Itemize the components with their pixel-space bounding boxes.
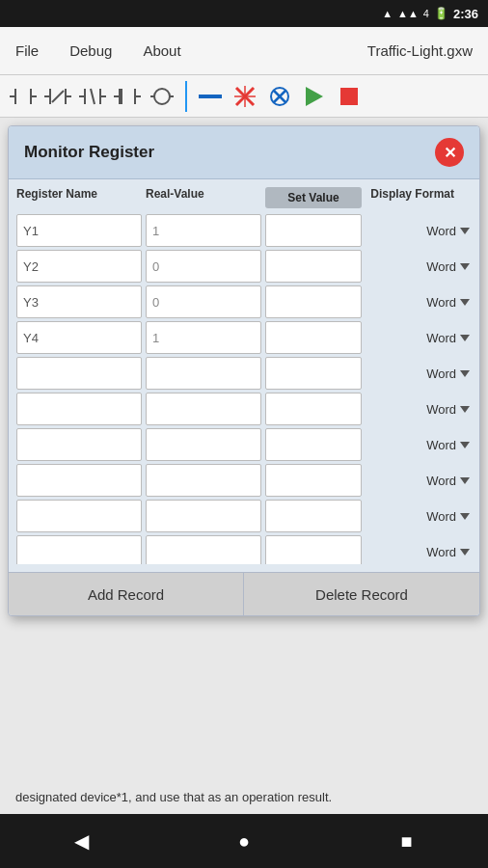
format-cell-7[interactable]: Word	[366, 474, 472, 488]
format-label-2: Word	[426, 295, 456, 310]
toolbar-stop-button[interactable]	[334, 81, 365, 112]
register-name-input-3[interactable]	[16, 321, 142, 354]
format-label-4: Word	[426, 366, 456, 381]
set-value-input-6[interactable]	[265, 428, 362, 461]
menu-file[interactable]: File	[0, 27, 54, 75]
format-cell-3[interactable]: Word	[366, 331, 472, 345]
toolbar-divider	[185, 81, 187, 112]
main-content: Monitor Register ✕ Register Name Real-Va…	[0, 118, 488, 814]
format-cell-4[interactable]: Word	[366, 366, 472, 381]
format-arrow-0	[460, 228, 470, 234]
format-label-0: Word	[426, 224, 456, 238]
col-set-value[interactable]: Set Value	[265, 187, 362, 208]
dialog-header: Monitor Register ✕	[9, 126, 479, 179]
svg-line-8	[52, 91, 64, 102]
set-value-input-3[interactable]	[265, 321, 362, 354]
sim-icon: 4	[423, 8, 429, 19]
set-value-input-9[interactable]	[265, 535, 362, 564]
svg-line-13	[91, 89, 95, 104]
real-value-input-6[interactable]	[146, 428, 261, 461]
table-row: Word	[16, 500, 472, 532]
home-button[interactable]: ●	[225, 822, 263, 860]
real-value-input-3[interactable]	[146, 321, 261, 354]
format-cell-1[interactable]: Word	[366, 259, 472, 274]
real-value-input-5[interactable]	[146, 393, 261, 425]
wifi-icon: ▲	[382, 8, 393, 19]
format-label-5: Word	[426, 402, 456, 417]
register-name-input-5[interactable]	[16, 393, 142, 425]
app-title: Traffic-Light.gxw	[197, 42, 488, 59]
stop-icon	[340, 88, 358, 105]
toolbar-line-button[interactable]	[195, 81, 226, 112]
coil-button[interactable]	[147, 81, 177, 112]
battery-icon: 🔋	[434, 7, 448, 20]
format-label-3: Word	[426, 331, 456, 345]
register-name-input-9[interactable]	[16, 535, 142, 564]
format-arrow-7	[460, 477, 470, 484]
dialog-footer: Add Record Delete Record	[9, 572, 479, 615]
real-value-input-2[interactable]	[146, 285, 261, 318]
real-value-input-4[interactable]	[146, 357, 261, 390]
menu-about[interactable]: About	[127, 27, 196, 75]
table-row: Word	[16, 393, 472, 425]
toolbar-delete-button[interactable]	[230, 81, 260, 112]
register-name-input-2[interactable]	[16, 285, 142, 318]
real-value-input-8[interactable]	[146, 500, 261, 532]
svg-point-20	[154, 89, 170, 104]
add-record-button[interactable]: Add Record	[9, 573, 244, 615]
register-name-input-4[interactable]	[16, 357, 142, 390]
format-cell-0[interactable]: Word	[366, 224, 472, 238]
format-cell-9[interactable]: Word	[366, 545, 472, 559]
format-arrow-3	[460, 335, 470, 341]
format-cell-6[interactable]: Word	[366, 438, 472, 452]
set-value-input-1[interactable]	[265, 250, 362, 283]
format-cell-8[interactable]: Word	[366, 509, 472, 524]
monitor-register-dialog: Monitor Register ✕ Register Name Real-Va…	[8, 125, 480, 616]
real-value-input-9[interactable]	[146, 535, 261, 564]
format-cell-2[interactable]: Word	[366, 295, 472, 310]
register-name-input-6[interactable]	[16, 428, 142, 461]
set-value-input-8[interactable]	[265, 500, 362, 532]
real-value-input-0[interactable]	[146, 214, 261, 247]
set-value-input-5[interactable]	[265, 393, 362, 425]
format-label-8: Word	[426, 509, 456, 524]
format-label-6: Word	[426, 438, 456, 452]
toolbar-play-button[interactable]	[299, 81, 330, 112]
register-name-input-7[interactable]	[16, 464, 142, 497]
format-arrow-9	[460, 549, 470, 556]
delete-record-button[interactable]: Delete Record	[244, 573, 479, 615]
toolbar	[0, 75, 488, 118]
dialog-close-button[interactable]: ✕	[435, 138, 464, 167]
register-name-input-8[interactable]	[16, 500, 142, 532]
svg-rect-22	[199, 95, 222, 98]
set-value-input-2[interactable]	[265, 285, 362, 318]
contact-set-button[interactable]	[112, 81, 143, 112]
contact-nc-button[interactable]	[42, 81, 73, 112]
real-value-input-7[interactable]	[146, 464, 261, 497]
recent-button[interactable]: ■	[388, 822, 426, 860]
format-label-9: Word	[426, 545, 456, 559]
real-value-input-1[interactable]	[146, 250, 261, 283]
contact-parallel-button[interactable]	[77, 81, 108, 112]
format-arrow-1	[460, 263, 470, 270]
back-button[interactable]: ◀	[62, 822, 100, 860]
status-time: 2:36	[453, 7, 478, 21]
bg-text-content: designated device*1, and use that as an …	[15, 790, 332, 804]
table-row: Word	[16, 285, 472, 318]
table-header: Register Name Real-Value Set Value Displ…	[9, 179, 479, 212]
toolbar-undo-button[interactable]	[264, 81, 295, 112]
set-value-input-0[interactable]	[265, 214, 362, 247]
status-bar-icons: ▲ ▲▲ 4 🔋 2:36	[382, 7, 478, 21]
register-name-input-0[interactable]	[16, 214, 142, 247]
format-arrow-6	[460, 442, 470, 448]
set-value-input-7[interactable]	[265, 464, 362, 497]
col-real-value: Real-Value	[146, 187, 261, 208]
dialog-title: Monitor Register	[24, 143, 154, 162]
format-cell-5[interactable]: Word	[366, 402, 472, 417]
menu-debug[interactable]: Debug	[54, 27, 127, 75]
register-name-input-1[interactable]	[16, 250, 142, 283]
contact-no-button[interactable]	[8, 81, 39, 112]
bottom-nav: ◀ ● ■	[0, 814, 488, 868]
format-arrow-4	[460, 370, 470, 377]
set-value-input-4[interactable]	[265, 357, 362, 390]
